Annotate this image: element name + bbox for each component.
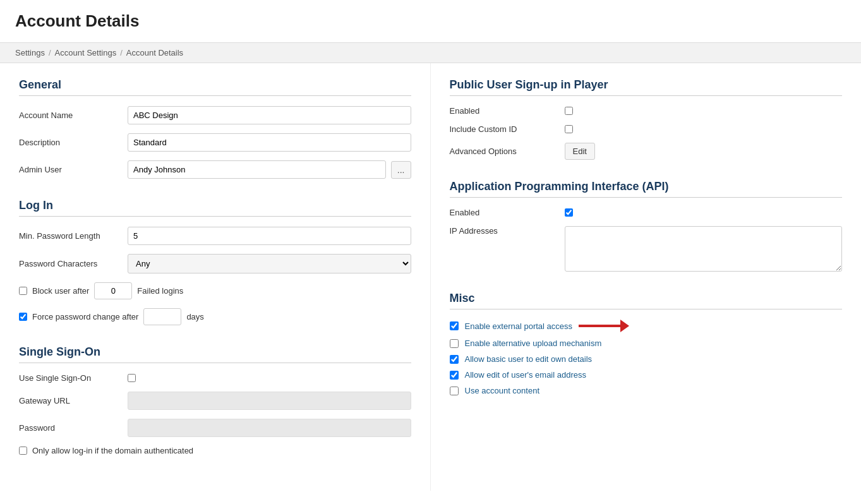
admin-user-row: Admin User ... bbox=[19, 160, 411, 179]
gateway-url-row: Gateway URL bbox=[19, 392, 411, 410]
include-custom-id-checkbox[interactable] bbox=[565, 125, 573, 133]
general-section: General Account Name Description Admin U… bbox=[19, 78, 411, 179]
ip-addresses-label: IP Addresses bbox=[450, 226, 557, 236]
breadcrumb-settings[interactable]: Settings bbox=[15, 48, 45, 57]
red-arrow-icon bbox=[579, 320, 629, 332]
failed-logins-input[interactable] bbox=[94, 282, 132, 299]
misc-checkbox-1[interactable] bbox=[450, 339, 459, 348]
force-password-label: Force password change after bbox=[32, 312, 138, 321]
breadcrumb: Settings / Account Settings / Account De… bbox=[0, 43, 861, 63]
sso-password-label: Password bbox=[19, 423, 120, 433]
api-enabled-row: Enabled bbox=[450, 208, 843, 217]
sso-password-input[interactable] bbox=[128, 419, 411, 437]
password-chars-select[interactable]: Any Letters Numbers Mixed bbox=[128, 254, 411, 273]
block-user-checkbox[interactable] bbox=[19, 287, 27, 295]
api-enabled-checkbox[interactable] bbox=[565, 208, 573, 217]
use-sso-row: Use Single Sign-On bbox=[19, 373, 411, 383]
only-allow-row: Only allow log-in if the domain authenti… bbox=[19, 446, 411, 455]
min-password-label: Min. Password Length bbox=[19, 231, 120, 241]
misc-item-0: Enable external portal access bbox=[450, 320, 843, 332]
misc-label-0: Enable external portal access bbox=[465, 321, 573, 331]
admin-user-input[interactable] bbox=[128, 160, 386, 179]
breadcrumb-account-details: Account Details bbox=[126, 48, 183, 57]
password-chars-label: Password Characters bbox=[19, 259, 120, 268]
public-signup-section: Public User Sign-up in Player Enabled In… bbox=[450, 78, 843, 160]
page-title: Account Details bbox=[15, 11, 846, 31]
api-section: Application Programming Interface (API) … bbox=[450, 180, 843, 272]
login-section-title: Log In bbox=[19, 199, 411, 217]
breadcrumb-account-settings[interactable]: Account Settings bbox=[55, 48, 117, 57]
misc-label-2: Allow basic user to edit own details bbox=[465, 354, 593, 364]
force-password-days-input[interactable] bbox=[143, 308, 181, 325]
misc-item-1: Enable alternative upload mechanism bbox=[450, 339, 843, 348]
page-header: Account Details bbox=[0, 0, 861, 43]
use-sso-checkbox[interactable] bbox=[128, 374, 136, 382]
admin-user-label: Admin User bbox=[19, 165, 120, 174]
misc-item-4: Use account content bbox=[450, 386, 843, 395]
only-allow-checkbox[interactable] bbox=[19, 447, 27, 455]
sso-section: Single Sign-On Use Single Sign-On Gatewa… bbox=[19, 345, 411, 455]
account-name-row: Account Name bbox=[19, 106, 411, 124]
only-allow-label: Only allow log-in if the domain authenti… bbox=[32, 446, 193, 455]
misc-checkbox-4[interactable] bbox=[450, 387, 459, 395]
include-custom-id-row: Include Custom ID bbox=[450, 124, 843, 134]
ip-addresses-textarea[interactable] bbox=[565, 226, 843, 272]
description-row: Description bbox=[19, 133, 411, 152]
misc-section-title: Misc bbox=[450, 292, 843, 309]
sso-password-row: Password bbox=[19, 419, 411, 437]
public-enabled-checkbox[interactable] bbox=[565, 107, 573, 115]
sso-section-title: Single Sign-On bbox=[19, 345, 411, 363]
account-name-label: Account Name bbox=[19, 111, 120, 120]
general-section-title: General bbox=[19, 78, 411, 96]
description-label: Description bbox=[19, 138, 120, 147]
account-name-input[interactable] bbox=[128, 106, 411, 124]
admin-user-wrapper: ... bbox=[128, 160, 411, 179]
advanced-options-edit-button[interactable]: Edit bbox=[565, 143, 595, 160]
misc-checkbox-3[interactable] bbox=[450, 371, 459, 380]
force-password-checkbox[interactable] bbox=[19, 313, 27, 321]
admin-user-dots-button[interactable]: ... bbox=[391, 161, 411, 179]
include-custom-id-label: Include Custom ID bbox=[450, 124, 557, 134]
force-password-row: Force password change after days bbox=[19, 308, 411, 325]
min-password-input[interactable] bbox=[128, 227, 411, 245]
api-section-title: Application Programming Interface (API) bbox=[450, 180, 843, 198]
description-input[interactable] bbox=[128, 133, 411, 152]
public-signup-section-title: Public User Sign-up in Player bbox=[450, 78, 843, 96]
misc-item-3: Allow edit of user's email address bbox=[450, 370, 843, 380]
misc-checkbox-2[interactable] bbox=[450, 355, 459, 364]
block-user-row: Block user after Failed logins bbox=[19, 282, 411, 299]
left-col: General Account Name Description Admin U… bbox=[0, 63, 431, 491]
days-suffix: days bbox=[186, 312, 203, 321]
main-content: General Account Name Description Admin U… bbox=[0, 63, 861, 491]
misc-label-3: Allow edit of user's email address bbox=[465, 370, 587, 380]
min-password-row: Min. Password Length bbox=[19, 227, 411, 245]
gateway-url-label: Gateway URL bbox=[19, 396, 120, 405]
misc-checkbox-0[interactable] bbox=[450, 321, 459, 330]
advanced-options-row: Advanced Options Edit bbox=[450, 143, 843, 160]
api-enabled-label: Enabled bbox=[450, 208, 557, 217]
breadcrumb-sep-2: / bbox=[120, 48, 123, 57]
right-col: Public User Sign-up in Player Enabled In… bbox=[431, 63, 862, 491]
failed-logins-suffix: Failed logins bbox=[137, 286, 183, 296]
public-enabled-row: Enabled bbox=[450, 106, 843, 116]
use-sso-label: Use Single Sign-On bbox=[19, 373, 120, 383]
misc-label-1: Enable alternative upload mechanism bbox=[465, 339, 602, 348]
block-user-label: Block user after bbox=[32, 286, 89, 296]
breadcrumb-sep-1: / bbox=[49, 48, 51, 57]
misc-item-2: Allow basic user to edit own details bbox=[450, 354, 843, 364]
login-section: Log In Min. Password Length Password Cha… bbox=[19, 199, 411, 325]
ip-addresses-row: IP Addresses bbox=[450, 226, 843, 272]
misc-section: Misc Enable external portal access Enabl… bbox=[450, 292, 843, 395]
page-wrapper: Account Details Settings / Account Setti… bbox=[0, 0, 861, 491]
advanced-options-label: Advanced Options bbox=[450, 147, 557, 156]
gateway-url-input[interactable] bbox=[128, 392, 411, 410]
misc-label-4: Use account content bbox=[465, 386, 540, 395]
password-chars-row: Password Characters Any Letters Numbers … bbox=[19, 254, 411, 273]
public-enabled-label: Enabled bbox=[450, 106, 557, 116]
